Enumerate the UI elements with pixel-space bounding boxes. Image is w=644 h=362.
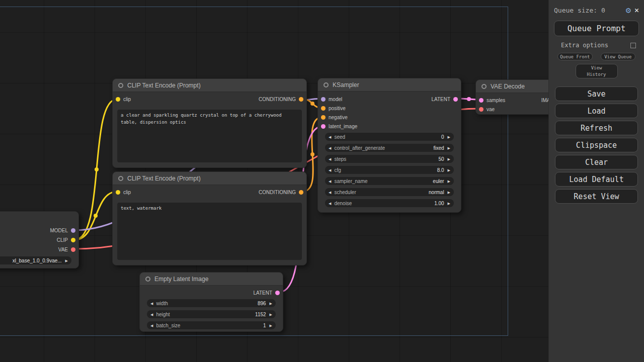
height-widget[interactable]: ◀ height 1152 ▶ <box>147 310 276 318</box>
samples-input-slot[interactable] <box>479 98 484 103</box>
node-graph-canvas[interactable]: MODEL CLIP VAE xl_base_1.0_0.9vae... ▶ C… <box>0 0 548 362</box>
widget-next-icon[interactable]: ▶ <box>448 135 450 139</box>
reset-view-button[interactable]: Reset View <box>555 189 638 204</box>
widget-next-icon[interactable]: ▶ <box>448 157 450 161</box>
close-icon[interactable]: ✕ <box>634 6 639 15</box>
widget-prev-icon[interactable]: ◀ <box>150 313 153 316</box>
node-title-bar[interactable]: KSampler <box>318 78 461 92</box>
node-load-checkpoint[interactable]: MODEL CLIP VAE xl_base_1.0_0.9vae... ▶ <box>0 211 79 268</box>
widget-prev-icon[interactable]: ◀ <box>329 191 331 194</box>
node-title-bar[interactable]: VAE Decode <box>476 80 548 93</box>
cfg-widget[interactable]: ◀ cfg 8.0 ▶ <box>325 166 454 174</box>
widget-value: fixed <box>433 145 444 151</box>
collapse-dot-icon[interactable] <box>324 82 329 87</box>
scheduler-widget[interactable]: ◀ scheduler normal ▶ <box>325 188 454 196</box>
conditioning-output-slot[interactable] <box>299 190 303 195</box>
widget-next-icon[interactable]: ▶ <box>448 202 450 205</box>
widget-name: seed <box>334 134 345 140</box>
widget-next-icon[interactable]: ▶ <box>270 324 272 327</box>
collapse-dot-icon[interactable] <box>118 176 123 181</box>
widget-prev-icon[interactable]: ◀ <box>329 179 331 183</box>
view-history-label: View History <box>585 65 608 77</box>
latent-image-input-label: latent_image <box>329 124 357 129</box>
vae-output-slot[interactable] <box>71 247 75 252</box>
clip-input-slot[interactable] <box>116 190 120 195</box>
ksampler-latent-row: latent_image <box>318 122 461 131</box>
model-input-slot[interactable] <box>321 97 326 102</box>
widget-next-icon[interactable]: ▶ <box>270 302 272 305</box>
collapse-dot-icon[interactable] <box>481 84 487 89</box>
node-clip-text-encode-positive[interactable]: CLIP Text Encode (Prompt) clip CONDITION… <box>112 78 307 168</box>
widget-next-icon[interactable]: ▶ <box>448 168 450 172</box>
latent-image-input-slot[interactable] <box>321 124 326 129</box>
latent-output-slot[interactable] <box>275 291 280 295</box>
view-history-button[interactable]: View History <box>576 64 618 78</box>
denoise-widget[interactable]: ◀ denoise 1.00 ▶ <box>325 199 454 207</box>
collapse-dot-icon[interactable] <box>118 83 123 88</box>
widget-name: height <box>156 312 170 317</box>
link-midpoint-dot <box>95 167 99 171</box>
seed-widget[interactable]: ◀ seed 0 ▶ <box>325 133 454 141</box>
clip-input-slot[interactable] <box>116 97 120 102</box>
clipspace-button[interactable]: Clipspace <box>555 138 638 152</box>
widget-prev-icon[interactable]: ◀ <box>150 324 153 327</box>
widget-name: cfg <box>334 167 341 173</box>
latent-output-label: LATENT <box>253 290 272 296</box>
widget-prev-icon[interactable]: ◀ <box>329 135 331 139</box>
extra-options-checkbox[interactable] <box>630 43 636 48</box>
clear-button[interactable]: Clear <box>555 155 638 169</box>
view-queue-button[interactable]: View Queue <box>601 53 636 60</box>
sampler-name-widget[interactable]: ◀ sampler_name euler ▶ <box>325 177 454 185</box>
save-button[interactable]: Save <box>555 86 638 101</box>
widget-next-icon[interactable]: ▶ <box>448 191 450 194</box>
clip-output-slot[interactable] <box>71 238 75 242</box>
load-default-button[interactable]: Load Default <box>555 172 638 187</box>
width-widget[interactable]: ◀ width 896 ▶ <box>147 299 276 307</box>
node-title-bar[interactable]: CLIP Text Encode (Prompt) <box>113 79 306 92</box>
queue-front-button[interactable]: Queue Front <box>557 53 593 60</box>
latent-output-slot[interactable] <box>453 97 458 102</box>
load-button[interactable]: Load <box>555 104 638 118</box>
clip1-slot-row: clip CONDITIONING <box>113 95 306 104</box>
settings-gear-icon[interactable]: ⚙ <box>626 5 631 15</box>
widget-name: width <box>156 301 168 306</box>
widget-next-icon[interactable]: ▶ <box>65 259 68 262</box>
widget-next-icon[interactable]: ▶ <box>448 179 450 183</box>
vaedecode-vae-row: vae <box>476 105 548 114</box>
collapse-dot-icon[interactable] <box>145 277 150 282</box>
node-clip-text-encode-negative[interactable]: CLIP Text Encode (Prompt) clip CONDITION… <box>112 171 307 265</box>
negative-input-label: negative <box>329 115 348 120</box>
node-title: Empty Latent Image <box>154 276 208 283</box>
node-ksampler[interactable]: KSampler model LATENT positive negative … <box>317 78 461 213</box>
ksampler-negative-row: negative <box>318 113 461 122</box>
node-empty-latent-image[interactable]: Empty Latent Image LATENT ◀ width 896 ▶ … <box>139 272 283 332</box>
node-title-bar[interactable]: CLIP Text Encode (Prompt) <box>113 172 306 185</box>
vae-input-slot[interactable] <box>479 107 484 112</box>
widget-prev-icon[interactable]: ◀ <box>329 157 331 161</box>
batch-size-widget[interactable]: ◀ batch_size 1 ▶ <box>147 321 276 329</box>
ksampler-positive-row: positive <box>318 104 461 113</box>
widget-name: sampler_name <box>334 178 367 184</box>
refresh-button[interactable]: Refresh <box>555 121 638 135</box>
node-title-bar[interactable]: Empty Latent Image <box>140 273 283 286</box>
node-vae-decode[interactable]: VAE Decode samples IMAGE vae <box>475 79 548 115</box>
conditioning-output-slot[interactable] <box>299 97 303 102</box>
widget-prev-icon[interactable]: ◀ <box>150 302 153 305</box>
ckpt-name-widget[interactable]: xl_base_1.0_0.9vae... ▶ <box>0 256 71 264</box>
conditioning-output-label: CONDITIONING <box>259 97 296 102</box>
control-after-generate-widget[interactable]: ◀ control_after_generate fixed ▶ <box>325 144 454 152</box>
widget-next-icon[interactable]: ▶ <box>270 313 272 316</box>
widget-next-icon[interactable]: ▶ <box>448 146 450 150</box>
model-output-slot[interactable] <box>71 228 75 233</box>
widget-prev-icon[interactable]: ◀ <box>329 146 331 150</box>
widget-prev-icon[interactable]: ◀ <box>329 202 331 205</box>
steps-widget[interactable]: ◀ steps 50 ▶ <box>325 155 454 163</box>
positive-input-slot[interactable] <box>321 106 326 111</box>
queue-prompt-button[interactable]: Queue Prompt <box>554 21 639 36</box>
prompt-textarea[interactable]: text, watermark <box>117 203 302 260</box>
widget-prev-icon[interactable]: ◀ <box>329 168 331 172</box>
conditioning-output-label: CONDITIONING <box>259 190 296 195</box>
widget-value: 896 <box>258 301 266 306</box>
prompt-textarea[interactable]: a clear and sparkling quartz crystal on … <box>117 110 302 162</box>
negative-input-slot[interactable] <box>321 115 326 120</box>
